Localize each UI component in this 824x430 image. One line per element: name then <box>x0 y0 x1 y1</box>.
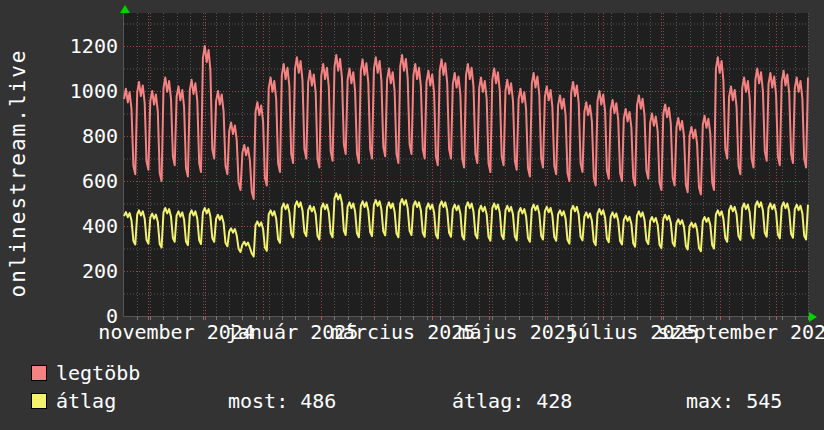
y-axis-tick-label: 800 <box>26 123 118 149</box>
stat-atlag: átlag: 428 <box>452 391 572 411</box>
x-axis-month-label: szeptember 2025 <box>548 320 824 344</box>
legend-row-atlag: átlag most: 486 átlag: 428 max: 545 <box>0 391 824 411</box>
legend-swatch-legtobb <box>31 365 47 381</box>
plot-area <box>123 13 808 317</box>
stat-most: most: 486 <box>228 391 336 411</box>
y-axis-tick-label: 1200 <box>26 33 118 59</box>
y-axis-tick-label: 400 <box>26 213 118 239</box>
y-axis-tick-label: 600 <box>26 168 118 194</box>
legend-row-legtobb: legtöbb <box>0 363 824 383</box>
y-axis-tick-label: 200 <box>26 258 118 284</box>
rrd-graph: { "title": "onlinestream.live", "colors"… <box>0 0 824 430</box>
legend-label-legtobb: legtöbb <box>56 363 140 383</box>
chart-canvas <box>124 13 812 322</box>
legend-label-atlag: átlag <box>56 391 116 411</box>
stat-max: max: 545 <box>686 391 782 411</box>
y-axis-tick-label: 1000 <box>26 78 118 104</box>
y-axis-arrow-icon <box>120 5 130 13</box>
legend-swatch-atlag <box>31 393 47 409</box>
